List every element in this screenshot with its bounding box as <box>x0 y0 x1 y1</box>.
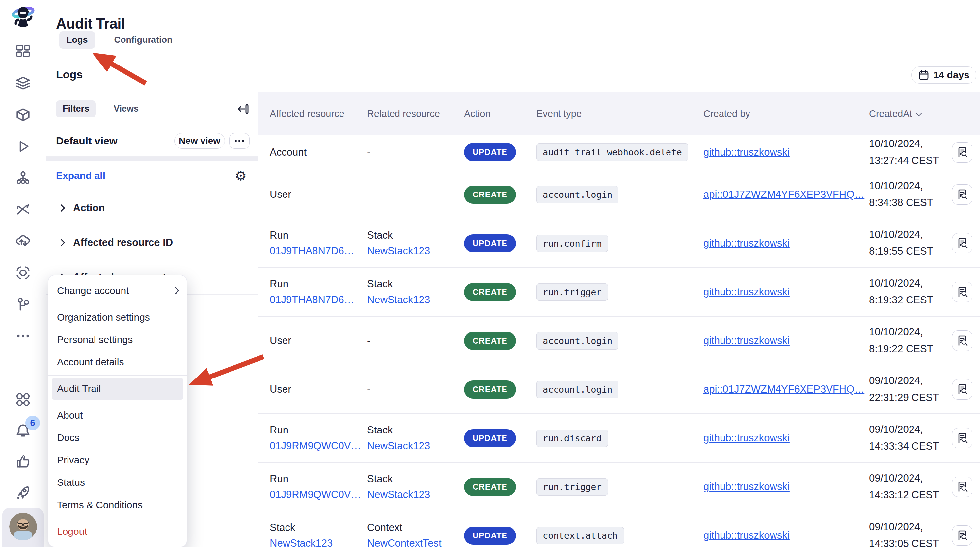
view-log-details-button[interactable] <box>952 525 972 546</box>
cloud-integrations-icon[interactable] <box>16 234 30 249</box>
filter-section-action[interactable]: Action <box>46 191 258 225</box>
view-log-details-button[interactable] <box>952 379 972 400</box>
runs-icon[interactable] <box>16 139 30 154</box>
menu-item-logout[interactable]: Logout <box>48 520 187 543</box>
created-by-link[interactable]: github::truszkowski <box>703 237 790 249</box>
tab-logs[interactable]: Logs <box>59 31 95 49</box>
row-actions-cell <box>952 330 980 351</box>
related-resource-cell: Context NewContextTest <box>367 522 464 547</box>
launchpad-rocket-icon[interactable] <box>16 485 30 500</box>
date-range-label: 14 days <box>933 70 969 81</box>
affected-resource-link[interactable]: NewStack123 <box>270 537 332 547</box>
affected-resource-type: Account <box>270 146 307 158</box>
created-by-cell: github::truszkowski <box>703 432 869 444</box>
tools-icon[interactable] <box>16 202 30 217</box>
created-by-link[interactable]: github::truszkowski <box>703 146 790 158</box>
menu-item-privacy[interactable]: Privacy <box>48 449 187 471</box>
created-at-cell: 09/10/2024,14:33:05 CEST <box>869 521 952 547</box>
view-more-button[interactable] <box>229 133 250 149</box>
event-type-chip: account.login <box>536 186 619 203</box>
col-related-resource: Related resource <box>367 108 464 119</box>
related-resource-link[interactable]: NewStack123 <box>367 294 430 306</box>
menu-item-account-details[interactable]: Account details <box>48 351 187 373</box>
chevron-right-icon <box>57 205 65 212</box>
more-icon[interactable] <box>16 328 30 344</box>
affected-resource-link[interactable]: 01J9THA8N7D6… <box>270 294 354 306</box>
menu-item-status[interactable]: Status <box>48 471 187 494</box>
affected-resource-cell: Account <box>270 146 367 158</box>
related-resource-type: - <box>367 189 371 200</box>
action-badge: UPDATE <box>464 429 516 447</box>
created-by-link[interactable]: github::truszkowski <box>703 335 790 347</box>
table-body: Account - UPDATE audit_trail_webhook.del… <box>258 135 980 547</box>
table-row: User - CREATE account.login api::01J7ZWZ… <box>258 365 980 414</box>
related-resource-link[interactable]: NewStack123 <box>367 440 430 452</box>
dashboard-icon[interactable] <box>16 44 30 59</box>
created-by-link[interactable]: github::truszkowski <box>703 286 790 298</box>
action-cell: CREATE <box>464 186 536 204</box>
policies-icon[interactable] <box>16 265 30 281</box>
menu-item-about[interactable]: About <box>48 404 187 427</box>
collapse-panel-icon[interactable] <box>237 103 249 115</box>
related-resource-link[interactable]: NewStack123 <box>367 489 430 501</box>
affected-resource-link[interactable]: 01J9THA8N7D6… <box>270 245 354 257</box>
affected-resource-cell: Run 01J9RM9QWC0V… <box>270 473 367 501</box>
view-log-details-button[interactable] <box>952 330 972 351</box>
related-resource-link[interactable]: NewContextTest <box>367 537 442 547</box>
related-resource-link[interactable]: NewStack123 <box>367 245 430 257</box>
tab-views[interactable]: Views <box>107 100 145 117</box>
feedback-thumb-icon[interactable] <box>16 454 30 469</box>
menu-item-docs[interactable]: Docs <box>48 427 187 449</box>
resources-icon[interactable] <box>16 170 30 186</box>
notifications-bell-icon[interactable]: 6 <box>16 423 30 438</box>
affected-resource-link[interactable]: 01J9RM9QWC0V… <box>270 489 361 501</box>
menu-item-terms-conditions[interactable]: Terms & Conditions <box>48 494 187 516</box>
tab-configuration[interactable]: Configuration <box>107 31 180 49</box>
created-by-link[interactable]: github::truszkowski <box>703 530 790 541</box>
affected-resource-link[interactable]: 01J9RM9QWC0V… <box>270 440 361 452</box>
related-resource-cell: Stack NewStack123 <box>367 473 464 501</box>
view-log-details-button[interactable] <box>952 477 972 497</box>
view-log-details-button[interactable] <box>952 142 972 163</box>
view-log-details-button[interactable] <box>952 282 972 302</box>
row-actions-cell <box>952 477 980 497</box>
row-actions-cell <box>952 428 980 448</box>
workflows-icon[interactable] <box>16 297 30 312</box>
view-log-details-button[interactable] <box>952 184 972 205</box>
col-action: Action <box>464 108 536 119</box>
created-by-link[interactable]: github::truszkowski <box>703 432 790 444</box>
created-by-link[interactable]: api::01J7ZWZM4YF6XEP3VFHQ… <box>703 384 864 395</box>
created-by-link[interactable]: api::01J7ZWZM4YF6XEP3VFHQ… <box>703 189 864 200</box>
spacelift-ninja-logo[interactable] <box>10 3 36 31</box>
expand-all-row: Expand all ⚙ <box>46 161 258 191</box>
stacks-icon[interactable] <box>16 76 30 91</box>
view-log-details-button[interactable] <box>952 428 972 448</box>
created-by-link[interactable]: github::truszkowski <box>703 481 790 493</box>
menu-item-personal-settings[interactable]: Personal settings <box>48 328 187 351</box>
expand-all-link[interactable]: Expand all <box>56 170 105 181</box>
account-menu: Change accountOrganization settingsPerso… <box>48 275 187 547</box>
menu-item-audit-trail[interactable]: Audit Trail <box>52 377 183 400</box>
apps-icon[interactable] <box>16 392 30 407</box>
col-created-at-sort[interactable]: CreatedAt <box>869 108 952 119</box>
view-log-details-button[interactable] <box>952 233 972 254</box>
filter-section-affected-resource-id[interactable]: Affected resource ID <box>46 225 258 260</box>
created-at-cell: 10/10/2024,8:19:32 CEST <box>869 277 952 307</box>
row-actions-cell <box>952 233 980 254</box>
table-row: Run 01J9RM9QWC0V… Stack NewStack123 UPDA… <box>258 414 980 463</box>
created-at-cell: 09/10/2024,14:33:34 CEST <box>869 423 952 453</box>
tab-filters[interactable]: Filters <box>56 100 96 117</box>
event-type-cell: run.confirm <box>536 235 703 252</box>
blueprints-icon[interactable] <box>16 107 30 122</box>
menu-item-organization-settings[interactable]: Organization settings <box>48 306 187 328</box>
gear-icon[interactable]: ⚙ <box>235 168 247 183</box>
row-actions-cell <box>952 282 980 302</box>
avatar[interactable] <box>9 513 37 541</box>
new-view-button[interactable]: New view <box>174 133 225 149</box>
affected-resource-type: User <box>270 384 291 395</box>
action-badge: CREATE <box>464 478 516 496</box>
date-range-button[interactable]: 14 days <box>911 67 976 84</box>
menu-item-label: Change account <box>57 285 129 296</box>
related-resource-type: - <box>367 384 371 395</box>
menu-item-change-account[interactable]: Change account <box>48 279 187 302</box>
